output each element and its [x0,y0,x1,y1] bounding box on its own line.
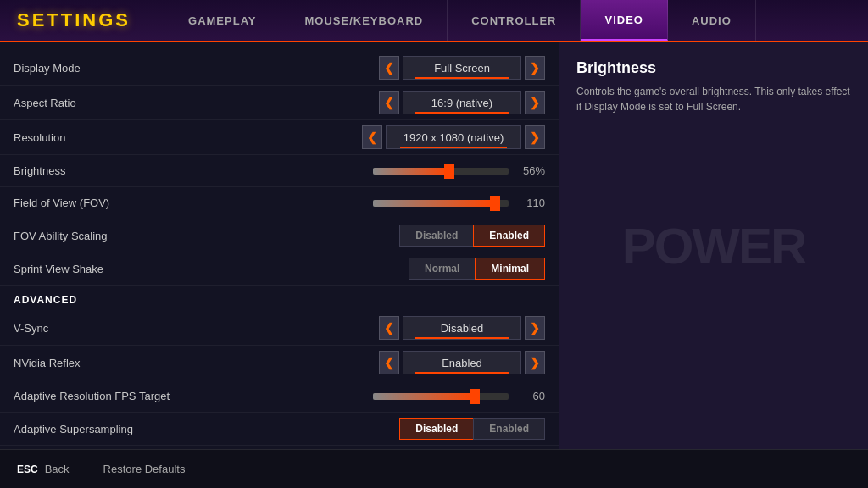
fov-ability-control: Disabled Enabled [399,225,545,247]
resolution-label: Resolution [14,131,362,144]
vsync-prev[interactable]: ❮ [379,316,399,340]
setting-row-aspect-ratio: Aspect Ratio ❮ 16:9 (native) ❯ [0,86,559,120]
brightness-fill [373,168,449,175]
settings-panel: Display Mode ❮ Full Screen ❯ Aspect Rati… [0,42,559,449]
adaptive-ss-enabled[interactable]: Enabled [473,418,545,440]
vsync-value: Disabled [403,316,521,340]
fov-fill [373,200,495,207]
setting-row-resolution: Resolution ❮ 1920 x 1080 (native) ❯ [0,120,559,155]
brightness-label: Brightness [14,164,373,177]
nvidia-reflex-prev[interactable]: ❮ [379,351,399,374]
display-mode-label: Display Mode [14,62,379,75]
nvidia-reflex-next[interactable]: ❯ [525,351,545,374]
adaptive-fps-thumb [470,389,480,404]
adaptive-ss-disabled[interactable]: Disabled [399,418,473,440]
fov-slider[interactable] [373,200,509,207]
sprint-view-minimal[interactable]: Minimal [475,258,545,280]
fov-value: 110 [515,197,545,209]
fov-ability-disabled[interactable]: Disabled [399,225,473,247]
nav-tabs: GAMEPLAY MOUSE/KEYBOARD CONTROLLER VIDEO… [164,0,756,41]
display-mode-value: Full Screen [403,56,521,80]
fov-thumb [490,196,500,211]
adaptive-ss-control: Disabled Enabled [399,418,545,440]
sprint-view-normal[interactable]: Normal [409,258,475,280]
watermark-text: POWER [622,217,806,275]
settings-title: SETTINGS [17,9,131,31]
info-panel: Brightness Controls the game's overall b… [559,42,868,449]
nvidia-reflex-control: ❮ Enabled ❯ [379,351,545,374]
fov-label: Field of View (FOV) [14,197,373,209]
aspect-ratio-next[interactable]: ❯ [525,91,545,114]
restore-defaults-button[interactable]: Restore Defaults [103,463,186,475]
adaptive-fps-label: Adaptive Resolution FPS Target [14,390,373,402]
brightness-thumb [444,164,454,179]
aspect-ratio-value: 16:9 (native) [403,91,521,114]
tab-controller[interactable]: CONTROLLER [448,0,581,41]
restore-label: Restore Defaults [103,463,186,475]
main-container: Display Mode ❮ Full Screen ❯ Aspect Rati… [0,42,868,449]
sprint-view-label: Sprint View Shake [14,263,409,275]
setting-row-fov: Field of View (FOV) 110 [0,187,559,219]
nvidia-reflex-value: Enabled [403,351,521,374]
resolution-prev[interactable]: ❮ [362,125,382,149]
setting-row-adaptive-ss: Adaptive Supersampling Disabled Enabled [0,413,559,446]
display-mode-prev[interactable]: ❮ [379,56,399,80]
fov-ability-enabled[interactable]: Enabled [473,225,545,247]
adaptive-fps-fill [373,393,475,400]
tab-video[interactable]: VIDEO [581,0,667,41]
setting-row-vsync: V-Sync ❮ Disabled ❯ [0,311,559,346]
resolution-control: ❮ 1920 x 1080 (native) ❯ [362,125,545,149]
tab-audio[interactable]: AUDIO [668,0,756,41]
adaptive-fps-control: 60 [373,390,545,402]
header: SETTINGS GAMEPLAY MOUSE/KEYBOARD CONTROL… [0,0,868,42]
aspect-ratio-prev[interactable]: ❮ [379,91,399,114]
setting-row-anti-aliasing: Anti-aliasing ❮ TSAA ❯ [0,446,559,449]
display-mode-next[interactable]: ❯ [525,56,545,80]
fov-ability-label: FOV Ability Scaling [14,230,399,242]
setting-row-sprint-view: Sprint View Shake Normal Minimal [0,252,559,286]
tab-mouse-keyboard[interactable]: MOUSE/KEYBOARD [281,0,448,41]
aspect-ratio-control: ❮ 16:9 (native) ❯ [379,91,545,114]
setting-row-display-mode: Display Mode ❮ Full Screen ❯ [0,51,559,86]
resolution-value: 1920 x 1080 (native) [386,125,521,149]
adaptive-fps-value: 60 [515,390,545,402]
vsync-next[interactable]: ❯ [525,316,545,340]
footer: ESC Back Restore Defaults [0,449,868,488]
resolution-next[interactable]: ❯ [525,125,545,149]
back-label: Back [45,463,70,475]
fov-control: 110 [373,197,545,209]
setting-row-fov-ability: FOV Ability Scaling Disabled Enabled [0,219,559,252]
display-mode-control: ❮ Full Screen ❯ [379,56,545,80]
brightness-value: 56% [515,164,545,177]
aspect-ratio-label: Aspect Ratio [14,97,379,109]
advanced-section-header: ADVANCED [0,286,559,311]
brightness-slider[interactable] [373,168,509,175]
back-button[interactable]: ESC Back [17,463,70,475]
info-title: Brightness [576,59,851,77]
adaptive-fps-slider[interactable] [373,393,509,400]
brightness-control: 56% [373,164,545,177]
esc-key: ESC [17,463,38,475]
sprint-view-control: Normal Minimal [409,258,545,280]
info-description: Controls the game's overall brightness. … [576,84,851,114]
setting-row-brightness: Brightness 56% [0,155,559,187]
tab-gameplay[interactable]: GAMEPLAY [164,0,281,41]
nvidia-reflex-label: NVidia Reflex [14,357,379,369]
vsync-control: ❮ Disabled ❯ [379,316,545,340]
adaptive-ss-label: Adaptive Supersampling [14,423,399,435]
vsync-label: V-Sync [14,322,379,335]
setting-row-nvidia-reflex: NVidia Reflex ❮ Enabled ❯ [0,346,559,380]
setting-row-adaptive-fps: Adaptive Resolution FPS Target 60 [0,380,559,413]
